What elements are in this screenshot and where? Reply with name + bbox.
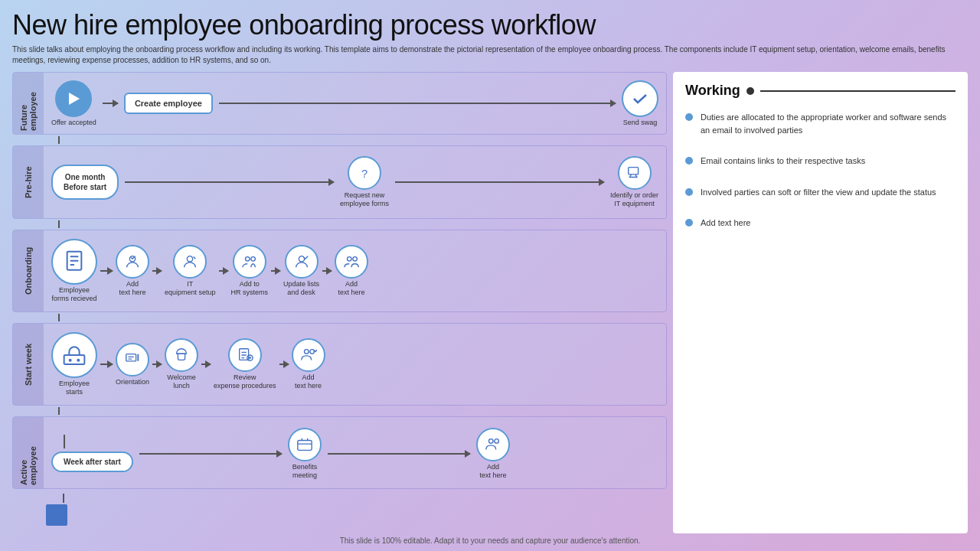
arrow-ob-4 — [271, 270, 280, 272]
lane-active: Active employee Week after start — [12, 416, 667, 489]
lane-gap-1 — [12, 136, 667, 144]
working-item-3: Involved parties can soft or filter the … — [685, 186, 956, 199]
sw-last-circle — [292, 338, 325, 372]
create-employee-node[interactable]: Create employee — [124, 93, 213, 114]
svg-text:?: ? — [361, 168, 368, 180]
node-send-swag: Send swag — [622, 80, 658, 127]
benefits-meeting-circle — [288, 428, 322, 461]
lane-gap-3 — [12, 314, 667, 321]
working-text-1: Duties are allocated to the appropriate … — [701, 111, 956, 136]
lane-prehire: Pre-hire One monthBefore start ? Request… — [12, 145, 667, 219]
node-forms-received: Employeeforms recieved — [51, 239, 97, 303]
working-dot-2 — [685, 157, 693, 165]
arrow-sw-1 — [100, 364, 113, 365]
workflow-diagram: Future employee Offer accepted Create — [12, 72, 667, 533]
lane-label-onboarding: Onboarding — [13, 230, 44, 311]
benefits-meeting-label: Benefitsmeeting — [292, 463, 318, 480]
review-expense-label: Reviewexpense procedures — [214, 373, 276, 390]
welcome-lunch-circle — [165, 338, 198, 372]
node-ae-last: Addtext here — [476, 428, 510, 480]
lane-prehire-content: One monthBefore start ? Request newemplo… — [44, 146, 666, 218]
ae-last-label: Addtext here — [479, 463, 506, 480]
node-ob-5: Update listsand desk — [283, 245, 319, 297]
node-ob-4: Add toHR systems — [231, 245, 269, 297]
arrow-sw-2 — [152, 364, 162, 365]
welcome-lunch-label: Welcomelunch — [167, 373, 195, 390]
lane-label-future: Future employee — [13, 73, 44, 134]
arrow-sw-3 — [201, 364, 211, 365]
node-benefits-meeting: Benefitsmeeting — [288, 428, 322, 480]
sw-last-label: Addtext here — [295, 373, 322, 390]
send-swag-circle — [622, 80, 658, 117]
lane-gap-2 — [12, 220, 667, 228]
ob-label-3: ITequipment setup — [165, 280, 216, 297]
arrow-prehire-2 — [395, 181, 604, 183]
working-dot-4 — [685, 219, 693, 227]
svg-point-11 — [188, 256, 193, 262]
week-after-start-node: Week after start — [51, 452, 133, 472]
it-equipment-label: Identify or orderIT equipment — [610, 191, 658, 208]
svg-marker-0 — [69, 93, 80, 105]
node-employee-starts: Employeestarts — [51, 332, 97, 396]
orientation-circle — [116, 343, 149, 377]
ob-label-2: Addtext here — [119, 280, 145, 297]
node-ob-3: ITequipment setup — [165, 245, 216, 297]
ob-circle-5 — [285, 245, 318, 279]
working-header-dot — [746, 87, 754, 95]
arrow-sw-4 — [279, 364, 289, 365]
lane-gap-4 — [12, 407, 667, 415]
node-offer-accepted: Offer accepted — [51, 80, 96, 127]
arrow-ob-1 — [100, 270, 113, 272]
lane-startweek-content: Employeestarts Orientation W — [44, 324, 666, 405]
lane-startweek: Start week Employeestarts Orientation — [12, 323, 667, 406]
working-item-2: Email contains links to their respective… — [685, 155, 956, 168]
ob-circle-6 — [335, 245, 368, 279]
lane-label-startweek: Start week — [13, 324, 44, 405]
lane-onboarding: Onboarding Employeeforms recieved — [12, 230, 667, 312]
node-it-equipment: Identify or orderIT equipment — [610, 156, 658, 208]
request-forms-circle: ? — [348, 156, 381, 190]
lane-future-content: Offer accepted Create employee — [44, 73, 666, 134]
lane-onboarding-content: Employeeforms recieved Addtext here — [44, 230, 666, 311]
ob-label-4: Add toHR systems — [231, 280, 269, 297]
node-request-forms: ? Request newemployee forms — [340, 156, 389, 208]
arrow-ae-2 — [328, 453, 470, 455]
working-dot-1 — [685, 113, 693, 121]
ob-label-6: Addtext here — [338, 280, 365, 297]
ob-circle-4 — [233, 245, 266, 279]
review-expense-circle — [228, 338, 262, 372]
svg-point-40 — [495, 439, 499, 443]
lane-label-prehire: Pre-hire — [13, 146, 44, 218]
forms-received-label: Employeeforms recieved — [51, 286, 96, 303]
svg-point-39 — [488, 439, 493, 443]
working-text-2: Email contains links to their respective… — [701, 155, 865, 168]
node-sw-last: Addtext here — [292, 338, 325, 390]
svg-point-17 — [353, 257, 358, 262]
working-text-3: Involved parties can soft or filter the … — [701, 186, 936, 199]
title: New hire employee onboarding process wor… — [12, 9, 968, 41]
ae-last-circle — [476, 428, 510, 461]
working-text-4: Add text here — [701, 217, 750, 230]
arrow-ae-1 — [139, 453, 282, 455]
svg-point-34 — [309, 350, 314, 354]
ob-label-5: Update listsand desk — [283, 280, 319, 297]
arrow-2 — [219, 103, 616, 104]
node-ob-2: Addtext here — [116, 245, 149, 297]
svg-point-15 — [299, 256, 304, 262]
footer-text: This slide is 100% editable. Adapt it to… — [12, 533, 968, 546]
working-panel: Working Duties are allocated to the appr… — [673, 72, 968, 533]
node-ob-6: Addtext here — [335, 245, 368, 297]
node-welcome-lunch: Welcomelunch — [165, 338, 198, 390]
offer-accepted-label: Offer accepted — [51, 119, 96, 127]
lane-active-content: Week after start Benefitsmeeting — [44, 417, 666, 489]
request-forms-label: Request newemployee forms — [340, 191, 389, 208]
node-orientation: Orientation — [116, 343, 149, 386]
svg-line-12 — [194, 257, 196, 259]
arrow-ob-2 — [152, 270, 162, 272]
working-dot-3 — [685, 188, 693, 196]
svg-point-14 — [251, 257, 256, 262]
working-item-1: Duties are allocated to the appropriate … — [685, 111, 956, 136]
svg-point-19 — [69, 359, 72, 362]
working-header: Working — [685, 83, 956, 99]
one-month-node: One monthBefore start — [51, 165, 119, 200]
